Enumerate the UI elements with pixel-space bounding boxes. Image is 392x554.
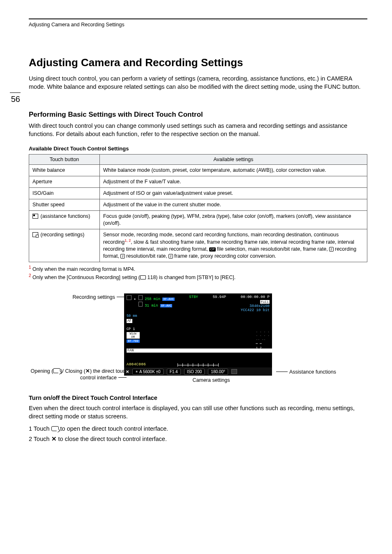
frame-rate: 59.94P: [213, 295, 226, 312]
settings-text: frame rate, proxy recording color conver…: [173, 253, 277, 259]
card2-chip-icon: 2: [168, 254, 173, 259]
th-available-settings: Available settings: [100, 155, 367, 165]
monitor-card2: 31 min XF-AVC: [134, 302, 175, 308]
cell-button: (recording settings): [29, 229, 100, 262]
cell-button: Aperture: [29, 176, 100, 188]
steps-list: 1 Touch to open the direct touch control…: [29, 424, 367, 444]
page-number: 56: [0, 95, 23, 104]
label-text: Opening (: [31, 368, 53, 374]
label-text: )/ Closing (: [60, 368, 85, 374]
table-row: ISO/Gain Adjustment of ISO or gain value…: [29, 188, 367, 199]
running-head: Adjusting Camera and Recording Settings: [0, 22, 392, 28]
label-open-close: Opening ()/ Closing (✕) the direct touch…: [21, 368, 128, 381]
step-text: 1 Touch: [29, 425, 51, 432]
settings-text: resolution/bit rate,: [125, 253, 168, 259]
audio-channels: 1 2: [256, 346, 270, 350]
assistance-functions-button[interactable]: [231, 369, 237, 374]
full-badge: Full: [260, 300, 270, 304]
exposure-scale: [178, 363, 219, 367]
card-icon: [138, 295, 143, 300]
footnote-text: Only when the [Continuous Recording] set…: [31, 275, 140, 280]
timecode: 00:00:00.00 P: [241, 295, 270, 299]
assistance-functions-icon: [32, 214, 38, 219]
cell-button-label: (recording settings): [39, 232, 84, 238]
footnote-2: 2 Only when the [Continuous Recording] s…: [29, 273, 367, 281]
settings-table: Touch button Available settings White ba…: [29, 154, 367, 262]
cell-settings: Adjustment of the value in the current s…: [100, 199, 367, 210]
label-recording-settings: Recording settings: [50, 294, 128, 300]
settings-text: file selection, main resolution/bit rate…: [216, 246, 330, 252]
monitor-top-right: 00:00:00.00 P Full 3840x2160 YCC422 10 b…: [241, 295, 270, 312]
color-sampling: YCC422 10 bit: [241, 308, 270, 312]
th-touch-button: Touch button: [29, 155, 100, 165]
label-assistance-functions: Assistance functions: [274, 369, 336, 375]
codec-badge: XF-AVC: [162, 298, 174, 301]
wb-value: A 5600K ±0: [139, 369, 161, 374]
card2-chip-icon: 2: [329, 247, 333, 252]
cell-settings: Adjustment of the F value/T value.: [100, 176, 367, 188]
gamma-badge: Wide DR: [127, 332, 140, 339]
monitor-left-column: 50 mm AF CP 1 Wide DR BT.709 FAN: [124, 312, 272, 353]
card-icon: [138, 302, 143, 307]
section-body: With direct touch control you can change…: [29, 122, 367, 138]
close-interface-button[interactable]: ✕: [126, 369, 129, 374]
footnote-text: Only when the main recording format is M…: [31, 266, 136, 272]
card2-chip-icon: 2: [120, 254, 125, 259]
cell-button: Shutter speed: [29, 199, 100, 210]
codec-badge: XF-AVC: [160, 304, 172, 307]
figure: Recording settings Opening ()/ Closing (…: [54, 293, 342, 383]
footnote-text: 118) is changed from [STBY] to [REC].: [146, 275, 235, 280]
iso-button[interactable]: ISO 200: [184, 369, 205, 375]
cell-settings: Adjustment of ISO or gain value/adjustme…: [100, 188, 367, 199]
step-text: to open the direct touch control interfa…: [59, 425, 168, 432]
monitor-bottom-bar: ✕ ☀A 5600K ±0 F1.4 ISO 200 180.00°: [124, 367, 272, 376]
white-balance-button[interactable]: ☀A 5600K ±0: [132, 369, 164, 375]
clip-name: A004C006: [127, 362, 146, 367]
cell-button: White balance: [29, 165, 100, 176]
cell-button: ISO/Gain: [29, 188, 100, 199]
page-title: Adjusting Camera and Recording Settings: [29, 56, 367, 69]
page: Adjusting Camera and Recording Settings …: [0, 0, 392, 461]
card2-time: 31 min: [145, 304, 158, 308]
focal-length: 50 mm: [127, 314, 272, 318]
step-2: 2 Touch ✕ to close the direct touch cont…: [29, 434, 367, 444]
table-row: White balance White balance mode (custom…: [29, 165, 367, 176]
cp-indicator: CP 1: [127, 327, 272, 331]
cell-settings: Focus guide (on/off), peaking (type), WF…: [100, 210, 367, 229]
stby-indicator: STBY: [189, 295, 198, 312]
shutter-button[interactable]: 180.00°: [208, 369, 228, 375]
step-text: 2 Touch: [29, 436, 51, 442]
label-text: Assistance functions: [289, 369, 336, 375]
camera-monitor: ▸ 258 min XF-AVC 31 min XF-AVC STBY 59.9…: [124, 293, 272, 376]
monitor-card1: ▸ 258 min XF-AVC: [134, 295, 175, 301]
card1-time: 258 min: [145, 297, 160, 301]
colorspace-badge: BT.709: [127, 339, 140, 343]
af-badge: AF: [127, 319, 132, 323]
cell-button-label: (assistance functions): [39, 213, 90, 219]
monitor-top-bar: ▸ 258 min XF-AVC 31 min XF-AVC STBY 59.9…: [124, 293, 272, 312]
manual-ref-icon: [140, 275, 146, 279]
intro-text: Using direct touch control, you can perf…: [29, 75, 367, 91]
page-number-box: 56: [0, 92, 23, 104]
step-text: to close the direct touch control interf…: [57, 436, 167, 442]
recording-settings-icon: [32, 232, 38, 237]
fan-badge: FAN: [127, 349, 272, 353]
recording-settings-touch-icon[interactable]: [127, 295, 131, 300]
label-text: Recording settings: [72, 294, 115, 300]
table-row: (recording settings) Sensor mode, record…: [29, 229, 367, 262]
section-heading: Performing Basic Settings with Direct To…: [29, 111, 367, 119]
aperture-button[interactable]: F1.4: [167, 369, 181, 375]
cell-settings: Sensor mode, recording mode, second card…: [100, 229, 367, 262]
table-row: Aperture Adjustment of the F value/T val…: [29, 176, 367, 188]
subsection-body: Even when the direct touch control inter…: [29, 404, 367, 420]
audio-levels: · · · ·· · · ·-- --▬ ▬ 1 2: [256, 330, 270, 350]
top-rule: [29, 18, 367, 19]
monitor-top-left: ▸ 258 min XF-AVC 31 min XF-AVC: [127, 295, 175, 312]
touch-open-icon: [51, 426, 59, 431]
touch-open-icon: [53, 368, 60, 373]
cell-button: (assistance functions): [29, 210, 100, 229]
footnote-1: 1 Only when the main recording format is…: [29, 265, 367, 273]
table-caption: Available Direct Touch Control Settings: [29, 145, 367, 152]
resolution: 3840x2160: [241, 304, 270, 308]
close-x-icon: ✕: [51, 436, 57, 442]
